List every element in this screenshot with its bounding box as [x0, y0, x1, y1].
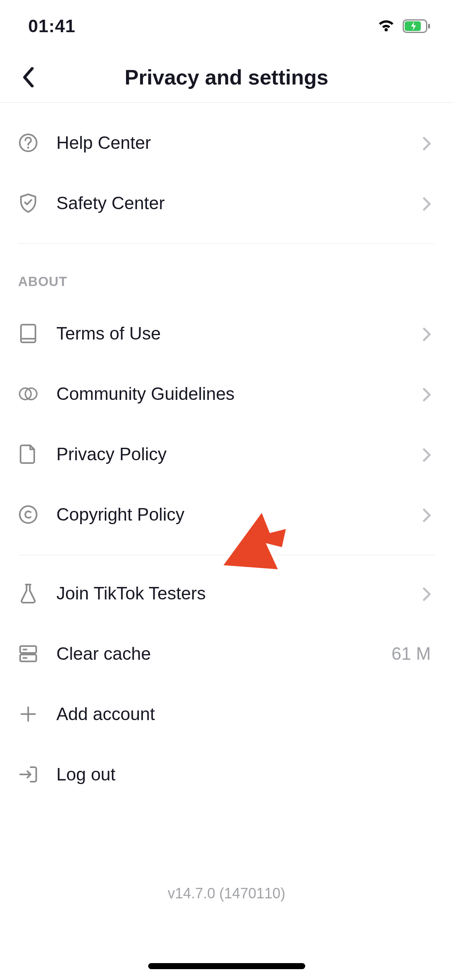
page-title: Privacy and settings: [125, 65, 329, 89]
book-icon: [18, 323, 38, 344]
flask-icon: [18, 583, 38, 603]
svg-point-9: [20, 506, 37, 523]
cache-size-value: 61 M: [391, 644, 431, 664]
row-community-guidelines[interactable]: Community Guidelines: [18, 364, 435, 424]
row-label: Join TikTok Testers: [56, 583, 423, 603]
help-icon: [18, 133, 38, 153]
back-button[interactable]: [16, 65, 40, 89]
home-indicator: [148, 963, 305, 969]
chevron-right-icon: [423, 587, 435, 599]
copyright-icon: [18, 504, 38, 525]
page-icon: [18, 444, 38, 464]
row-clear-cache[interactable]: Clear cache 61 M: [18, 624, 435, 684]
chevron-right-icon: [423, 509, 435, 521]
plus-icon: [18, 704, 38, 724]
chevron-left-icon: [22, 67, 34, 87]
row-help-center[interactable]: Help Center: [18, 113, 435, 173]
row-label: Help Center: [56, 133, 423, 153]
wifi-icon: [377, 19, 395, 33]
section-header-about: ABOUT: [18, 244, 435, 303]
status-icons: [377, 19, 431, 33]
circles-icon: [18, 384, 38, 404]
logout-icon: [18, 764, 38, 784]
chevron-right-icon: [423, 448, 435, 460]
nav-header: Privacy and settings: [0, 52, 453, 103]
shield-icon: [18, 193, 38, 213]
chevron-right-icon: [423, 388, 435, 400]
row-log-out[interactable]: Log out: [18, 744, 435, 805]
svg-rect-2: [428, 24, 430, 29]
row-join-tiktok-testers[interactable]: Join TikTok Testers: [18, 563, 435, 624]
chevron-right-icon: [423, 197, 435, 209]
chevron-right-icon: [423, 137, 435, 149]
row-label: Community Guidelines: [56, 384, 423, 404]
svg-rect-5: [21, 325, 35, 342]
row-label: Privacy Policy: [56, 444, 423, 464]
chevron-right-icon: [423, 327, 435, 340]
row-copyright-policy[interactable]: Copyright Policy: [18, 484, 435, 545]
status-time: 01:41: [28, 16, 76, 36]
svg-point-4: [27, 147, 29, 149]
row-label: Log out: [56, 764, 435, 784]
row-label: Copyright Policy: [56, 504, 423, 525]
battery-charging-icon: [403, 19, 431, 33]
row-label: Clear cache: [56, 644, 391, 664]
status-bar: 01:41: [0, 0, 453, 52]
server-icon: [18, 644, 38, 664]
row-add-account[interactable]: Add account: [18, 684, 435, 744]
row-safety-center[interactable]: Safety Center: [18, 173, 435, 233]
row-label: Add account: [56, 704, 435, 724]
row-terms-of-use[interactable]: Terms of Use: [18, 303, 435, 364]
row-label: Safety Center: [56, 193, 423, 213]
version-label: v14.7.0 (1470110): [18, 885, 435, 902]
row-label: Terms of Use: [56, 323, 423, 344]
row-privacy-policy[interactable]: Privacy Policy: [18, 424, 435, 484]
